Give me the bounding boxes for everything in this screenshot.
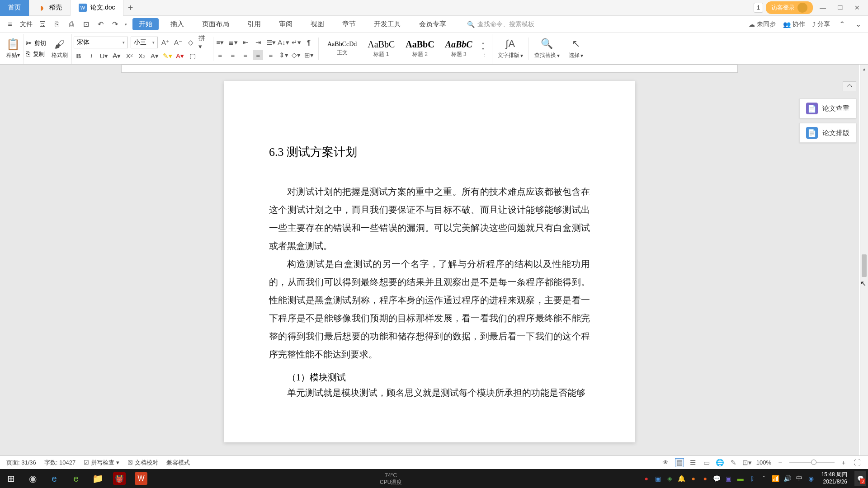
italic-icon[interactable]: I — [86, 51, 96, 61]
subscript-icon[interactable]: X₂ — [137, 51, 147, 61]
tab-document[interactable]: W论文.doc — [71, 0, 123, 16]
wifi-icon[interactable]: 📶 — [771, 474, 781, 483]
styles-scroll[interactable]: ▴▾⋮ — [480, 40, 488, 57]
tab-shell[interactable]: ◗稻壳 — [29, 0, 71, 16]
tray-icon[interactable]: ● — [700, 474, 710, 483]
redo-icon[interactable]: ↷ — [110, 20, 119, 29]
search-box[interactable]: 🔍 查找命令、搜索模板 — [467, 20, 743, 28]
tray-icon[interactable]: 💬 — [712, 474, 722, 483]
proof-read[interactable]: ☒ 文档校对 — [127, 459, 158, 467]
bullet-list-icon[interactable]: ≡▾ — [215, 38, 225, 47]
scroll-thumb[interactable] — [862, 254, 867, 277]
start-button[interactable]: ⊞ — [0, 469, 22, 488]
clear-format-icon[interactable]: ◇ — [186, 38, 196, 47]
paste-label[interactable]: 粘贴▾ — [6, 52, 20, 59]
explorer-icon[interactable]: 📁 — [87, 469, 108, 488]
tray-icon[interactable]: ▬ — [736, 474, 745, 483]
globe-icon[interactable]: 🌐 — [716, 458, 725, 467]
paper-check-button[interactable]: 📄 论文查重 — [799, 99, 856, 118]
fullscreen-icon[interactable]: ⛶ — [853, 458, 862, 467]
copy-button[interactable]: ⎘复制 — [26, 50, 46, 58]
show-marks-icon[interactable]: ¶ — [304, 38, 314, 47]
format-painter-icon[interactable]: 🖌 — [54, 38, 65, 51]
save-icon[interactable]: 🖫 — [38, 20, 47, 29]
align-center-icon[interactable]: ≡ — [228, 50, 238, 60]
chevron-up-icon[interactable]: ˄ — [759, 474, 769, 483]
cpu-temp-widget[interactable]: 74°C CPU温度 — [380, 472, 402, 485]
text-effect-icon[interactable]: A▾ — [150, 51, 160, 61]
spell-check[interactable]: ☑ 拼写检查▾ — [84, 459, 119, 467]
number-list-icon[interactable]: ≣▾ — [228, 38, 238, 47]
collapse-panel-icon[interactable]: ◠ — [843, 81, 856, 91]
highlight-icon[interactable]: ✎▾ — [162, 51, 172, 61]
align-justify-icon[interactable]: ≡ — [253, 50, 263, 60]
share-button[interactable]: ⤴分享 — [812, 20, 830, 28]
style-heading3[interactable]: AaBbC标题 3 — [442, 37, 476, 61]
menu-dev-tools[interactable]: 开发工具 — [368, 18, 407, 30]
paste-icon[interactable]: 📋 — [6, 38, 20, 51]
new-tab-button[interactable]: + — [123, 1, 137, 14]
line-break-icon[interactable]: ↵▾ — [291, 38, 301, 47]
cut-button[interactable]: ✂剪切 — [26, 39, 46, 47]
menu-start[interactable]: 开始 — [132, 18, 159, 30]
word-count[interactable]: 字数: 10427 — [44, 459, 75, 467]
line-spacing-icon[interactable]: ⇕▾ — [278, 50, 288, 60]
file-menu[interactable]: 文件 — [20, 20, 33, 28]
tab-home[interactable]: 首页 — [0, 0, 29, 16]
document-page[interactable]: 6.3 测试方案计划 对测试计划的把握是测试方案的重中之重。所有的技术难点应该都… — [224, 81, 635, 442]
zoom-slider[interactable] — [789, 462, 835, 463]
paper-layout-button[interactable]: 📄 论文排版 — [799, 123, 856, 143]
ruler[interactable] — [121, 65, 738, 73]
undo-icon[interactable]: ↶ — [96, 20, 105, 29]
obs-icon[interactable]: ◉ — [22, 469, 43, 488]
pen-icon[interactable]: ✎ — [729, 458, 738, 467]
menu-icon[interactable]: ≡ — [5, 20, 14, 29]
style-heading2[interactable]: AaBbC标题 2 — [402, 37, 437, 61]
notification-center[interactable]: 💬3 — [854, 471, 866, 486]
char-border-icon[interactable]: ▢ — [188, 51, 198, 61]
font-color-icon[interactable]: A▾ — [175, 51, 185, 61]
zoom-value[interactable]: 100% — [756, 459, 771, 466]
select-button[interactable]: ↖ 选择▾ — [565, 38, 587, 59]
minimize-button[interactable]: — — [816, 1, 830, 14]
ime-indicator[interactable]: 中 — [794, 474, 804, 483]
underline-icon[interactable]: U▾ — [99, 51, 109, 61]
sync-status[interactable]: ☁未同步 — [749, 20, 776, 28]
shading-icon[interactable]: ◇▾ — [291, 50, 301, 60]
collapse-down-icon[interactable]: ⌄ — [854, 20, 863, 29]
menu-chapter[interactable]: 章节 — [336, 18, 362, 30]
reading-mode-icon[interactable]: 👁 — [661, 458, 670, 467]
shrink-font-icon[interactable]: A⁻ — [173, 38, 183, 47]
close-button[interactable]: ✕ — [850, 1, 864, 14]
qat-dropdown[interactable]: ▾ — [125, 22, 127, 27]
ie-icon[interactable]: e — [43, 469, 65, 488]
align-distrib-icon[interactable]: ≡ — [266, 50, 276, 60]
indent-dec-icon[interactable]: ⇤ — [241, 38, 250, 47]
font-size-select[interactable]: 小三▾ — [131, 37, 158, 48]
vertical-scrollbar[interactable]: ▴ ▾ — [860, 65, 868, 470]
menu-view[interactable]: 视图 — [304, 18, 330, 30]
page-indicator[interactable]: 页面: 31/36 — [6, 459, 36, 467]
sort-icon[interactable]: A↓▾ — [278, 38, 288, 47]
volume-icon[interactable]: 🔊 — [783, 474, 793, 483]
edge-icon[interactable]: e — [65, 469, 87, 488]
wps-icon[interactable]: W — [130, 469, 152, 488]
page-view-icon[interactable]: ▤ — [675, 458, 684, 467]
collab-button[interactable]: 👥协作 — [783, 20, 805, 28]
scroll-up-icon[interactable]: ▴ — [860, 65, 868, 73]
borders-icon[interactable]: ⊞▾ — [304, 50, 314, 60]
fit-icon[interactable]: ⊡▾ — [743, 458, 752, 467]
maximize-button[interactable]: ☐ — [833, 1, 847, 14]
find-replace-button[interactable]: 🔍 查找替换▾ — [531, 38, 563, 59]
style-heading1[interactable]: AaBbC标题 1 — [364, 37, 398, 61]
phonetic-icon[interactable]: 拼▾ — [198, 38, 208, 47]
menu-member[interactable]: 会员专享 — [413, 18, 453, 30]
tray-icon[interactable]: ▣ — [724, 474, 734, 483]
outline-view-icon[interactable]: ☰ — [689, 458, 698, 467]
login-button[interactable]: 访客登录 — [766, 1, 813, 14]
bluetooth-icon[interactable]: ᛒ — [747, 474, 757, 483]
window-count-badge[interactable]: 1 — [754, 3, 763, 13]
preview-icon[interactable]: ⊡ — [81, 20, 90, 29]
tray-icon[interactable]: ▣ — [653, 474, 663, 483]
tray-icon[interactable]: ◉ — [806, 474, 816, 483]
